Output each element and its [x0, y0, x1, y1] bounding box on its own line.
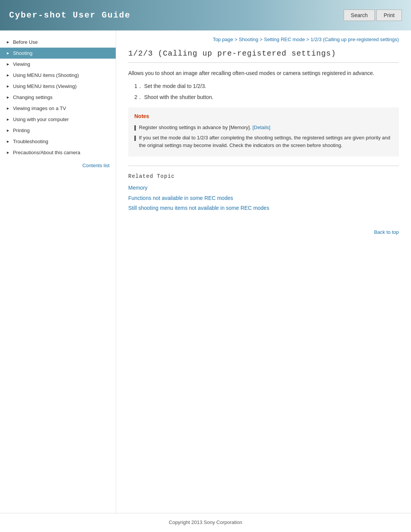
related-link-still-shooting[interactable]: Still shooting menu items not available … — [128, 205, 269, 211]
sidebar-item-label: Viewing images on a TV — [13, 105, 66, 111]
sidebar-item-label: Viewing — [13, 61, 30, 67]
related-topic-section: Related Topic Memory Functions not avail… — [128, 166, 399, 212]
header-actions: Search Print — [344, 10, 402, 21]
chevron-right-icon: ► — [6, 40, 10, 44]
copyright-text: Copyright 2013 Sony Corporation — [169, 519, 242, 525]
chevron-right-icon: ► — [6, 62, 10, 66]
sidebar-item-changing-settings[interactable]: ► Changing settings — [0, 92, 116, 103]
content-body: Allows you to shoot an image after recal… — [128, 69, 399, 236]
sidebar-item-computer[interactable]: ► Using with your computer — [0, 114, 116, 125]
related-topic-title: Related Topic — [128, 172, 399, 181]
note-2-text: If you set the mode dial to 1/2/3 after … — [139, 135, 390, 148]
breadcrumb[interactable]: Top page > Shooting > Setting REC mode >… — [128, 37, 399, 42]
related-link-memory[interactable]: Memory — [128, 185, 148, 191]
chevron-right-icon: ► — [6, 150, 10, 155]
notes-title: Notes — [134, 112, 393, 120]
main-container: ► Before Use ► Shooting ► Viewing ► Usin… — [0, 30, 411, 513]
chevron-right-icon: ► — [6, 128, 10, 133]
page-title: 1/2/3 (Calling up pre-registered setting… — [128, 49, 399, 63]
sidebar-item-menu-shooting[interactable]: ► Using MENU items (Shooting) — [0, 70, 116, 81]
note-item-2: If you set the mode dial to 1/2/3 after … — [134, 134, 393, 149]
related-link-functions[interactable]: Functions not available in some REC mode… — [128, 195, 233, 201]
step-1-number: 1． — [134, 83, 143, 89]
sidebar: ► Before Use ► Shooting ► Viewing ► Usin… — [0, 30, 116, 513]
sidebar-item-label: Before Use — [13, 39, 38, 45]
sidebar-item-label: Changing settings — [13, 94, 53, 100]
page-header: Cyber-shot User Guide Search Print — [0, 0, 411, 30]
notes-list: Register shooting settings in advance by… — [134, 124, 393, 149]
step-1-text: Set the mode dial to 1/2/3. — [144, 83, 206, 89]
chevron-right-icon: ► — [6, 106, 10, 110]
note-1-link[interactable]: [Details] — [252, 125, 270, 130]
related-link-item-1: Memory — [128, 184, 399, 192]
sidebar-item-before-use[interactable]: ► Before Use — [0, 37, 116, 48]
search-button[interactable]: Search — [344, 10, 375, 21]
note-1-text: Register shooting settings in advance by… — [139, 125, 252, 130]
step-2: 2． Shoot with the shutter button. — [134, 93, 399, 101]
step-1: 1． Set the mode dial to 1/2/3. — [134, 82, 399, 90]
intro-text: Allows you to shoot an image after recal… — [128, 69, 399, 77]
chevron-right-icon: ► — [6, 139, 10, 144]
back-to-top-container: Back to top — [128, 224, 399, 236]
related-links-list: Memory Functions not available in some R… — [128, 184, 399, 212]
sidebar-item-label: Troubleshooting — [13, 139, 48, 144]
related-link-item-2: Functions not available in some REC mode… — [128, 194, 399, 202]
chevron-right-icon: ► — [6, 84, 10, 88]
print-button[interactable]: Print — [376, 10, 402, 21]
sidebar-item-label: Using with your computer — [13, 117, 69, 122]
page-footer: Copyright 2013 Sony Corporation — [0, 513, 411, 531]
step-2-number: 2． — [134, 94, 143, 100]
sidebar-item-menu-viewing[interactable]: ► Using MENU items (Viewing) — [0, 81, 116, 92]
sidebar-item-shooting[interactable]: ► Shooting — [0, 48, 116, 59]
chevron-right-icon: ► — [6, 51, 10, 55]
contents-list-link[interactable]: Contents list — [0, 158, 116, 173]
chevron-right-icon: ► — [6, 95, 10, 99]
sidebar-item-printing[interactable]: ► Printing — [0, 125, 116, 136]
sidebar-item-label: Using MENU items (Viewing) — [13, 83, 76, 89]
sidebar-item-label: Precautions/About this camera — [13, 150, 80, 155]
main-content: Top page > Shooting > Setting REC mode >… — [116, 30, 411, 513]
sidebar-item-viewing-tv[interactable]: ► Viewing images on a TV — [0, 103, 116, 114]
sidebar-item-label: Printing — [13, 128, 30, 133]
sidebar-item-viewing[interactable]: ► Viewing — [0, 59, 116, 70]
note-item-1: Register shooting settings in advance by… — [134, 124, 393, 131]
site-title: Cyber-shot User Guide — [9, 11, 131, 20]
step-2-text: Shoot with the shutter button. — [144, 94, 213, 100]
notes-box: Notes Register shooting settings in adva… — [128, 107, 399, 157]
sidebar-item-label: Shooting — [13, 50, 32, 56]
sidebar-item-precautions[interactable]: ► Precautions/About this camera — [0, 147, 116, 158]
related-link-item-3: Still shooting menu items not available … — [128, 204, 399, 212]
back-to-top-link[interactable]: Back to top — [374, 229, 399, 235]
steps-list: 1． Set the mode dial to 1/2/3. 2． Shoot … — [134, 82, 399, 101]
chevron-right-icon: ► — [6, 117, 10, 121]
chevron-right-icon: ► — [6, 73, 10, 77]
sidebar-item-label: Using MENU items (Shooting) — [13, 72, 79, 78]
sidebar-item-troubleshooting[interactable]: ► Troubleshooting — [0, 136, 116, 147]
